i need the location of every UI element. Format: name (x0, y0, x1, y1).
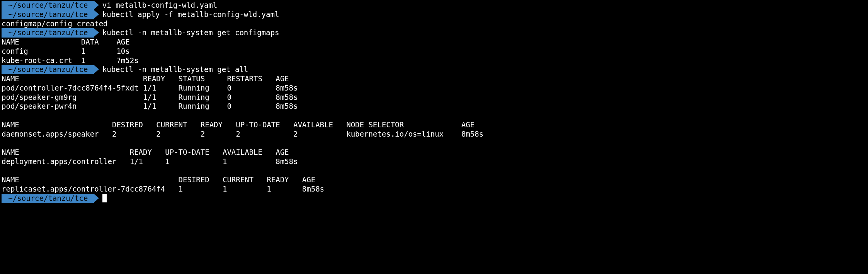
table-row: deployment.apps/controller 1/1 1 1 8m58s (2, 157, 866, 166)
shell-prompt: ~/source/tanzu/tce (2, 194, 94, 203)
command-line: ~/source/tanzu/tce kubectl -n metallb-sy… (2, 65, 866, 74)
command-text: kubectl apply -f metallb-config-wld.yaml (94, 10, 279, 19)
blank-line (2, 111, 866, 120)
table-header: NAME DATA AGE (2, 38, 866, 47)
blank-line (2, 139, 866, 148)
shell-prompt: ~/source/tanzu/tce (2, 1, 94, 10)
table-row: pod/speaker-pwr4n 1/1 Running 0 8m58s (2, 102, 866, 111)
table-header: NAME READY UP-TO-DATE AVAILABLE AGE (2, 148, 866, 157)
table-row: pod/controller-7dcc8764f4-5fxdt 1/1 Runn… (2, 84, 866, 93)
table-header: NAME DESIRED CURRENT READY UP-TO-DATE AV… (2, 120, 866, 130)
table-row: replicaset.apps/controller-7dcc8764f4 1 … (2, 185, 866, 194)
cursor (102, 194, 107, 202)
terminal-output[interactable]: ~/source/tanzu/tce vi metallb-config-wld… (0, 0, 868, 206)
table-row: kube-root-ca.crt 1 7m52s (2, 56, 866, 65)
command-line: ~/source/tanzu/tce kubectl -n metallb-sy… (2, 28, 866, 38)
table-row: config 1 10s (2, 47, 866, 56)
shell-prompt: ~/source/tanzu/tce (2, 65, 94, 74)
blank-line (2, 166, 866, 176)
table-row: daemonset.apps/speaker 2 2 2 2 2 kuberne… (2, 130, 866, 139)
command-line: ~/source/tanzu/tce kubectl apply -f meta… (2, 10, 866, 19)
table-header: NAME READY STATUS RESTARTS AGE (2, 74, 866, 84)
command-text: kubectl -n metallb-system get all (94, 65, 248, 74)
shell-prompt: ~/source/tanzu/tce (2, 10, 94, 19)
table-header: NAME DESIRED CURRENT READY AGE (2, 175, 866, 185)
command-text: vi metallb-config-wld.yaml (94, 1, 217, 10)
table-row: pod/speaker-gm9rg 1/1 Running 0 8m58s (2, 93, 866, 102)
shell-prompt: ~/source/tanzu/tce (2, 28, 94, 38)
output-line: configmap/config created (2, 19, 866, 29)
command-line: ~/source/tanzu/tce vi metallb-config-wld… (2, 1, 866, 10)
command-line[interactable]: ~/source/tanzu/tce (2, 194, 866, 203)
command-text: kubectl -n metallb-system get configmaps (94, 28, 279, 38)
